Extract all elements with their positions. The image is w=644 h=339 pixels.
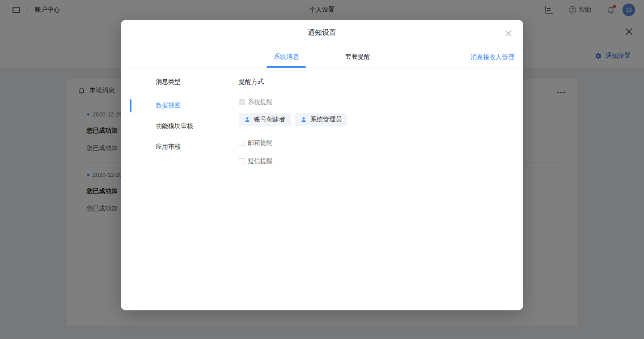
reminder-method-header: 提醒方式 (239, 78, 264, 86)
checkbox-label: 短信提醒 (248, 157, 273, 165)
tab-plan-reminders[interactable]: 套餐提醒 (338, 46, 377, 68)
system-reminder-checkbox[interactable] (239, 99, 245, 105)
email-reminder-row: 邮箱提醒 (239, 139, 273, 147)
menu-item-module-review[interactable]: 功能模块审核 (156, 122, 193, 130)
tab-label: 系统消息 (274, 53, 299, 61)
close-icon[interactable] (504, 29, 513, 37)
modal-title: 通知设置 (308, 28, 336, 38)
modal-body: 消息类型 数据视图 功能模块审核 应用审核 提醒方式 系统提醒 账号创建者 (121, 68, 523, 310)
tab-system-messages[interactable]: 系统消息 (267, 46, 306, 68)
recipient-tag[interactable]: 账号创建者 (239, 113, 291, 126)
tab-label: 套餐提醒 (345, 53, 370, 61)
recipient-tags: 账号创建者 系统管理员 (239, 113, 347, 126)
recipient-management-link[interactable]: 消息接收人管理 (470, 46, 514, 68)
email-reminder-checkbox[interactable] (239, 140, 245, 146)
checkbox-label: 邮箱提醒 (248, 139, 273, 147)
active-menu-indicator (130, 99, 131, 112)
menu-item-app-review[interactable]: 应用审核 (156, 143, 181, 151)
sms-reminder-row: 短信提醒 (239, 157, 273, 165)
user-icon (301, 116, 307, 123)
menu-item-data-view[interactable]: 数据视图 (156, 102, 181, 110)
sms-reminder-checkbox[interactable] (239, 158, 245, 164)
notification-settings-modal: 通知设置 系统消息 套餐提醒 消息接收人管理 消息类型 数据视图 功能模块审核 … (121, 20, 523, 310)
system-reminder-row: 系统提醒 (239, 98, 273, 106)
message-type-header: 消息类型 (156, 78, 181, 86)
modal-header: 通知设置 (121, 20, 523, 46)
user-icon (244, 116, 250, 123)
modal-tabbar: 系统消息 套餐提醒 消息接收人管理 (121, 46, 523, 68)
recipient-tag[interactable]: 系统管理员 (295, 113, 347, 126)
checkbox-label: 系统提醒 (248, 98, 273, 106)
screen: 账户中心 个人设置 ? 帮助 13 (0, 0, 644, 339)
recipient-tag-label: 账号创建者 (254, 116, 285, 124)
recipient-tag-label: 系统管理员 (310, 116, 342, 124)
